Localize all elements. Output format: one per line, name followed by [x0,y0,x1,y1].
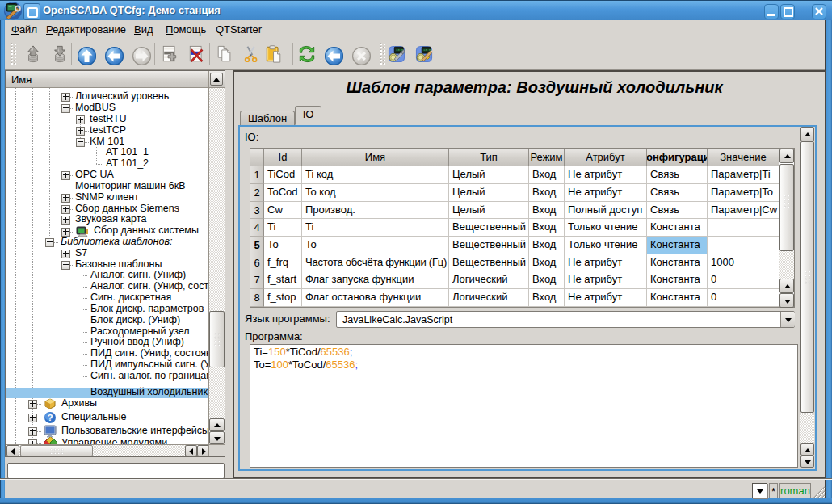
svg-text:?: ? [48,413,53,422]
